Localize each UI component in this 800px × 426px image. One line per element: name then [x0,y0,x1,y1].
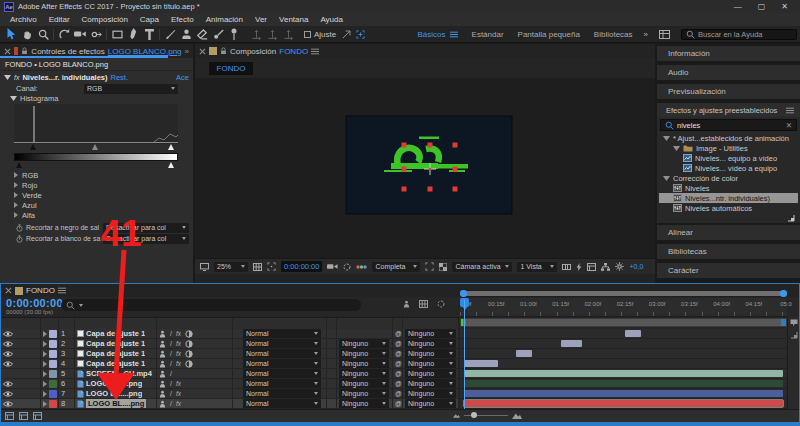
eye-icon[interactable] [3,341,13,347]
layer-label-cell[interactable] [41,349,59,358]
roto-brush-tool-icon[interactable] [210,27,226,42]
zoom-slider[interactable] [464,415,508,416]
pixel-aspect-icon[interactable] [562,263,571,271]
matte-dropdown[interactable]: Ninguno [339,369,389,378]
layer-switches[interactable]: / [157,369,233,378]
quality-switch-icon[interactable]: / [170,380,172,387]
layer-row-6[interactable]: 6LOGO BL....png/fxNormalNinguno@Ninguno [1,379,459,389]
expand-layer-icon[interactable] [43,401,47,407]
layer-duration-bar[interactable] [561,340,582,347]
quality-switch-icon[interactable]: / [170,330,172,337]
clear-search-icon[interactable]: ✕ [786,121,792,130]
snap-target-icon[interactable] [356,30,365,39]
layer-duration-bar[interactable] [464,360,498,367]
layer-switches[interactable]: /fx [157,389,233,398]
parent-dropdown[interactable]: Ninguno [405,339,456,348]
shy-switch-icon[interactable] [159,340,166,348]
timeline-navigator[interactable] [460,290,787,297]
track-lane-4[interactable] [460,359,787,369]
layer-duration-bar[interactable] [625,330,641,337]
camera-dropdown[interactable]: Cámara activa [452,262,512,272]
parent-dropdown[interactable]: Ninguno [405,359,456,368]
label-color-chip[interactable] [49,350,57,358]
layer-t-cell[interactable] [327,329,337,338]
layer-name-cell[interactable]: SCREEN...CH.mp4 [75,369,157,378]
layer-t-cell[interactable] [327,369,337,378]
help-search-input[interactable]: Buscar en la Ayuda [681,29,797,40]
pickwhip-icon[interactable]: @ [395,350,402,357]
fx-switch-icon[interactable]: fx [176,340,181,347]
twirl-right-icon[interactable] [14,192,18,198]
twirl-right-icon[interactable] [14,202,18,208]
layer-t-cell[interactable] [327,389,337,398]
layer-row-2[interactable]: 2Capa de ajuste 1/fxNormalNinguno@Ningun… [1,339,459,349]
layer-name-cell[interactable]: Capa de ajuste 1 [75,349,157,358]
layer-parent-pickwhip[interactable]: @ [393,399,403,408]
matte-dropdown[interactable]: Ninguno [339,359,389,368]
panel-menu-icon[interactable] [311,48,319,55]
layer-duration-bar[interactable] [464,390,783,397]
expand-layer-icon[interactable] [43,351,47,357]
layer-row-1[interactable]: 1Capa de ajuste 1/fxNormal@Ninguno [1,329,459,339]
layer-duration-bar[interactable] [464,370,783,377]
layer-label-cell[interactable] [41,399,59,408]
snap-checkbox[interactable] [304,31,311,38]
layer-switches[interactable]: /fx [157,329,233,338]
lock-icon[interactable] [21,47,28,55]
expand-layer-icon[interactable] [43,331,47,337]
mode-dropdown[interactable]: Normal [243,379,321,388]
navigator-bar[interactable] [461,291,786,296]
layer-switches[interactable]: /fx [157,339,233,348]
eye-icon[interactable] [3,391,13,397]
navigator-start-handle[interactable] [460,290,467,297]
shy-switch-icon[interactable] [159,360,166,368]
layer-label-cell[interactable] [41,339,59,348]
channel-group-rgb[interactable]: RGB [0,170,193,180]
parent-dropdown[interactable]: Ninguno [405,389,456,398]
exposure-gear-icon[interactable] [615,262,624,271]
workspace-tab-pantalla-pequena[interactable]: Pantalla pequeña [518,30,580,39]
mode-dropdown[interactable]: Normal [243,329,321,338]
mask-visibility-icon[interactable] [267,262,276,271]
track-lane-2[interactable] [460,339,787,349]
fast-previews-icon[interactable] [576,263,582,271]
quality-switch-icon[interactable]: / [170,400,172,407]
channel-group-azul[interactable]: Azul [0,200,193,210]
panel-menu-icon[interactable] [58,287,66,294]
reset-link[interactable]: Rest. [111,73,129,82]
layer-label-cell[interactable] [41,379,59,388]
close-panel-icon[interactable] [5,287,12,294]
layer-t-cell[interactable] [327,359,337,368]
expand-layer-icon[interactable] [43,341,47,347]
channel-group-rojo[interactable]: Rojo [0,180,193,190]
time-ruler[interactable]: 0f00:15f01:00f01:15f02:00f02:15f03:00f03… [460,298,787,317]
quality-switch-icon[interactable]: / [170,350,172,357]
channel-group-verde[interactable]: Verde [0,190,193,200]
track-lane-8[interactable] [460,399,787,409]
close-panel-icon[interactable] [199,48,206,55]
layer-switches[interactable]: /fx [157,379,233,388]
layer-parent-pickwhip[interactable]: @ [393,379,403,388]
layer-name-cell[interactable]: LOGO BL....png [75,379,157,388]
matte-dropdown[interactable]: Ninguno [339,389,389,398]
eye-icon[interactable] [3,361,13,367]
grid-options-icon[interactable] [253,263,262,271]
layer-label-cell[interactable] [41,389,59,398]
layer-name-cell[interactable]: Capa de ajuste 1 [75,359,157,368]
stopwatch-icon[interactable] [16,224,23,232]
twirl-down-icon[interactable] [4,75,11,80]
menu-animacion[interactable]: Animación [200,15,249,24]
adjustment-switch-icon[interactable] [185,340,193,348]
mini-timeline-icon[interactable] [587,263,596,271]
track-lane-3[interactable] [460,349,787,359]
shy-switch-icon[interactable] [159,350,166,358]
hand-tool-icon[interactable] [19,27,35,42]
fx-switch-icon[interactable]: fx [176,380,181,387]
close-button[interactable]: ✕ [781,2,788,11]
track-lane-6[interactable] [460,379,787,389]
show-channel-icon[interactable] [356,264,367,270]
fx-switch-icon[interactable]: fx [176,330,181,337]
layer-t-cell[interactable] [327,339,337,348]
layer-parent-pickwhip[interactable]: @ [393,329,403,338]
lock-icon[interactable] [220,47,227,55]
